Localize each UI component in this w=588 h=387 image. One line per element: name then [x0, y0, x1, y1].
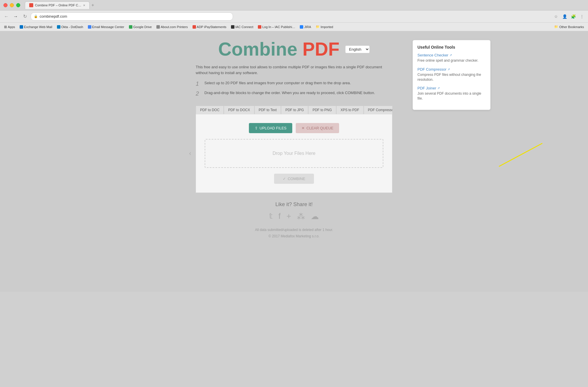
iac-icon — [231, 25, 234, 29]
footer-text: All data submitted/uploaded is deleted a… — [196, 227, 392, 239]
bookmark-email[interactable]: Email Message Center — [86, 25, 126, 29]
lock-icon: 🔒 — [34, 14, 38, 18]
bookmark-iac[interactable]: IAC Connect — [229, 25, 255, 29]
drop-zone[interactable]: Drop Your Files Here — [205, 139, 383, 168]
tab-pdf-to-text[interactable]: PDF to Text — [254, 106, 281, 114]
bookmark-apps[interactable]: ⊞ Apps — [2, 24, 17, 30]
reddit-share-icon[interactable]: ☁ — [311, 212, 319, 221]
upload-area: ‹ ⇧ UPLOAD FILES ✕ CLEAR QUEUE Drop Your… — [196, 114, 392, 193]
exchange-icon — [20, 25, 23, 29]
step-2-num: 2 — [196, 90, 201, 97]
refresh-button[interactable]: ↻ — [21, 13, 28, 20]
bookmark-printers[interactable]: About.com Printers — [155, 25, 190, 29]
external-link-icon: ↗ — [450, 54, 452, 57]
user-icon[interactable]: 👤 — [561, 13, 568, 20]
browser-frame: Combine PDF – Online PDF C… ✕ + ← → ↻ 🔒 … — [0, 0, 588, 292]
window-buttons — [3, 3, 20, 7]
step-1: 1 Select up to 20 PDF files and images f… — [196, 80, 392, 87]
footer-line1: All data submitted/uploaded is deleted a… — [196, 227, 392, 233]
pdf-compressor-link[interactable]: PDF Compressor ↗ — [417, 67, 486, 71]
step-1-text: Select up to 20 PDF files and images fro… — [204, 80, 351, 86]
tab-pdf-to-docx[interactable]: PDF to DOCX — [224, 106, 254, 114]
bookmark-other[interactable]: 📁 Other Bookmarks — [552, 24, 586, 29]
upload-files-button[interactable]: ⇧ UPLOAD FILES — [249, 123, 292, 133]
sentence-checker-link[interactable]: Sentence Checker ↗ — [417, 53, 486, 57]
drop-zone-text: Drop Your Files Here — [273, 151, 316, 156]
tools-panel-title: Useful Online Tools — [417, 45, 486, 49]
tabs-bar: PDF to DOCPDF to DOCXPDF to TextPDF to J… — [196, 106, 392, 114]
tab-pdf-to-doc[interactable]: PDF to DOC — [196, 106, 224, 114]
tab-title: Combine PDF – Online PDF C… — [35, 3, 81, 7]
step-1-num: 1 — [196, 80, 201, 87]
share-section: Like it? Share it! 𝕥 f + ⁂ ☁ All data su… — [196, 193, 392, 242]
adp-icon — [193, 25, 196, 29]
pdf-joiner-desc: Join several PDF documents into a single… — [417, 91, 486, 101]
bookmark-jira[interactable]: JIRA — [298, 25, 313, 29]
combine-button[interactable]: ✓ COMBINE — [274, 174, 314, 184]
tools-panel: Useful Online Tools Sentence Checker ↗ F… — [413, 40, 491, 110]
pdf-text: PDF — [302, 39, 339, 60]
titlebar: Combine PDF – Online PDF C… ✕ + — [0, 0, 588, 10]
gdrive-icon — [129, 25, 132, 29]
language-select[interactable]: English Spanish French — [345, 45, 370, 53]
tab-pdf-to-jpg[interactable]: PDF to JPG — [281, 106, 308, 114]
scroll-left-arrow[interactable]: ‹ — [189, 150, 191, 157]
twitter-share-icon[interactable]: 𝕥 — [269, 212, 273, 221]
page-description: This free and easy to use online tool al… — [196, 64, 392, 76]
combine-check-icon: ✓ — [283, 177, 286, 181]
minimize-button[interactable] — [10, 3, 14, 7]
tab-bar: Combine PDF – Online PDF C… ✕ + — [25, 0, 94, 10]
step-2: 2 Drag-and-drop file blocks to change th… — [196, 90, 392, 97]
clear-queue-button[interactable]: ✕ CLEAR QUEUE — [296, 123, 339, 133]
upload-icon: ⇧ — [255, 126, 258, 130]
folder-icon: 📁 — [316, 25, 320, 29]
pdf-joiner-link[interactable]: PDF Joiner ↗ — [417, 86, 486, 90]
bookmark-gdrive[interactable]: Google Drive — [127, 25, 154, 29]
tab-pdf-to-png[interactable]: PDF to PNG — [308, 106, 336, 114]
apps-grid-icon: ⊞ — [4, 25, 7, 29]
back-button[interactable]: ← — [3, 13, 10, 20]
printers-icon — [156, 25, 160, 29]
tab-xps-to-pdf[interactable]: XPS to PDF — [336, 106, 364, 114]
external-link-icon-2: ↗ — [448, 68, 450, 71]
steps-container: 1 Select up to 20 PDF files and images f… — [196, 80, 392, 100]
tab-close-icon[interactable]: ✕ — [83, 4, 85, 7]
menu-icon[interactable]: ⋮ — [579, 13, 585, 20]
address-bar[interactable]: 🔒 combinepdf.com — [31, 12, 233, 21]
bookmark-login[interactable]: Log In – IAC Publishi… — [256, 25, 297, 29]
close-button[interactable] — [3, 3, 8, 7]
forward-button[interactable]: → — [12, 13, 19, 20]
bookmarks-bar: ⊞ Apps Exchange Web Mail Okta - DotDash … — [0, 23, 588, 31]
browser-tab[interactable]: Combine PDF – Online PDF C… ✕ — [25, 1, 90, 9]
extension-icon[interactable]: 🧩 — [570, 13, 576, 20]
arrow-svg — [485, 120, 571, 178]
star-icon[interactable]: ☆ — [553, 13, 559, 20]
share-icons: 𝕥 f + ⁂ ☁ — [196, 212, 392, 221]
pdf-compressor-desc: Compress PDF files without changing the … — [417, 72, 486, 82]
upload-buttons: ⇧ UPLOAD FILES ✕ CLEAR QUEUE — [249, 123, 339, 133]
header-row: Combine PDF English Spanish French — [196, 40, 392, 58]
tab-favicon — [29, 3, 33, 7]
external-link-icon-3: ↗ — [437, 87, 440, 90]
clear-icon: ✕ — [302, 126, 305, 130]
maximize-button[interactable] — [16, 3, 20, 7]
toolbar: ← → ↻ 🔒 combinepdf.com ☆ 👤 🧩 ⋮ — [0, 10, 588, 23]
tool-pdf-compressor: PDF Compressor ↗ Compress PDF files with… — [417, 67, 486, 82]
email-icon — [88, 25, 91, 29]
bookmark-imported[interactable]: 📁 Imported — [314, 24, 335, 29]
bookmark-adp[interactable]: ADP iPayStatements — [191, 25, 228, 29]
stumbleupon-share-icon[interactable]: ⁂ — [297, 212, 305, 221]
bookmark-okta[interactable]: Okta - DotDash — [55, 25, 85, 29]
googleplus-share-icon[interactable]: + — [286, 212, 291, 221]
folder-other-icon: 📁 — [554, 25, 558, 29]
page-content: Combine PDF English Spanish French This … — [0, 31, 588, 292]
tool-sentence-checker: Sentence Checker ↗ Free online spell and… — [417, 53, 486, 63]
tab-pdf-compressor[interactable]: PDF Compressor — [364, 106, 392, 114]
new-tab-button[interactable]: + — [91, 3, 94, 8]
login-icon — [258, 25, 261, 29]
bookmark-exchange[interactable]: Exchange Web Mail — [18, 25, 54, 29]
share-title: Like it? Share it! — [196, 201, 392, 208]
site-logo: Combine PDF — [218, 40, 340, 58]
facebook-share-icon[interactable]: f — [278, 212, 281, 221]
jira-icon — [300, 25, 303, 29]
